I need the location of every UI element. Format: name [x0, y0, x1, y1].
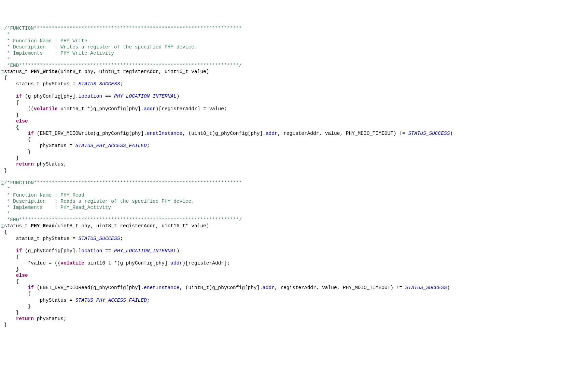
comment-line: * Implements : PHY_Read_Activity [4, 205, 111, 210]
constant: STATUS_PHY_ACCESS_FAILED [75, 143, 147, 148]
keyword-if: if [28, 285, 34, 290]
identifier: PHY_MDIO_TIMEOUT [343, 285, 390, 290]
param-name: registerAddr [123, 69, 158, 74]
param-type: uint16_t* [162, 223, 188, 229]
param-type: uint8_t [96, 223, 117, 229]
identifier: g_phyConfig [96, 131, 129, 136]
identifier: value [325, 131, 340, 136]
identifier: phy [248, 285, 257, 290]
identifier: g_phyConfig [212, 285, 245, 290]
var-name: phyStatus [37, 161, 64, 167]
keyword-if: if [16, 248, 22, 254]
identifier: phy [64, 94, 72, 99]
member: addr [266, 131, 278, 136]
var-name: phyStatus [43, 81, 69, 87]
code-editor[interactable]: -/*FUNCTION*****************************… [0, 25, 588, 328]
param-name: value [191, 223, 206, 229]
return-type: status_t [4, 69, 28, 74]
fold-marker[interactable]: - [1, 25, 4, 31]
identifier: phy [132, 131, 141, 136]
param-name: registerAddr [120, 223, 155, 229]
identifier: registerAddr [280, 285, 316, 290]
member: location [79, 94, 102, 99]
constant: STATUS_SUCCESS [79, 236, 120, 241]
comment-line: * Function Name : PHY_Write [4, 38, 87, 44]
keyword-if: if [28, 131, 34, 136]
var-name: phyStatus [40, 143, 66, 148]
comment-line: * [4, 32, 10, 37]
member: enetInstance [147, 131, 182, 136]
param-name: phy [84, 69, 93, 74]
comment-line: * [4, 186, 10, 192]
return-type: status_t [4, 223, 28, 229]
comment-line: * Function Name : PHY_Read [4, 192, 84, 198]
cast-type: uint16_t [87, 260, 111, 266]
param-name: value [191, 69, 206, 74]
comment-line: *END************************************… [4, 63, 242, 68]
identifier: registerAddr [188, 260, 224, 266]
keyword-volatile: volatile [34, 106, 58, 112]
identifier: phy [64, 248, 72, 254]
var-name: phyStatus [40, 298, 66, 303]
comment-line: * [4, 57, 10, 62]
cast-type: uint8_t [191, 131, 212, 136]
constant: STATUS_SUCCESS [408, 131, 450, 136]
var-type: status_t [16, 81, 40, 87]
var-name: phyStatus [37, 316, 64, 321]
identifier: phy [156, 260, 165, 266]
function-name: PHY_Read [31, 223, 55, 229]
fold-marker[interactable]: - [1, 223, 4, 229]
keyword-return: return [16, 161, 34, 167]
identifier: g_phyConfig [28, 94, 61, 99]
comment-line: * Description : Writes a register of the… [4, 44, 197, 50]
comment-line: /*FUNCTION******************************… [4, 26, 242, 31]
member: addr [144, 106, 156, 112]
identifier: phy [129, 106, 138, 112]
comment-line: * Description : Reads a register of the … [4, 199, 194, 204]
identifier: phy [251, 131, 260, 136]
member: addr [170, 260, 182, 266]
param-type: uint8_t [60, 69, 81, 74]
keyword-else: else [16, 273, 28, 278]
identifier: g_phyConfig [120, 260, 153, 266]
fold-marker[interactable]: - [1, 69, 4, 75]
cast-type: uint8_t [188, 285, 209, 290]
member: location [79, 248, 102, 254]
constant: STATUS_SUCCESS [79, 81, 120, 87]
comment-line: * [4, 211, 10, 216]
identifier: registerAddr [162, 106, 197, 112]
comment-line: /*FUNCTION******************************… [4, 180, 242, 186]
param-name: phy [81, 223, 90, 229]
param-type: uint8_t [99, 69, 120, 74]
constant: STATUS_PHY_ACCESS_FAILED [75, 298, 147, 303]
member: enetInstance [144, 285, 179, 290]
identifier: value [209, 106, 224, 112]
fold-marker[interactable]: - [1, 180, 4, 186]
keyword-if: if [16, 94, 22, 99]
comment-line: * Implements : PHY_Write_Activity [4, 51, 114, 56]
keyword-return: return [16, 316, 34, 321]
constant: STATUS_SUCCESS [405, 285, 447, 290]
var-type: status_t [16, 236, 40, 241]
comment-line: *END************************************… [4, 217, 242, 223]
cast-type: uint16_t [60, 106, 84, 112]
identifier: g_phyConfig [93, 106, 126, 112]
param-type: uint16_t [165, 69, 188, 74]
identifier: PHY_MDIO_TIMEOUT [346, 131, 393, 136]
keyword-else: else [16, 118, 28, 124]
function-call: ENET_DRV_MDIORead [40, 285, 90, 290]
deref-lhs: *value [28, 260, 46, 266]
member: addr [263, 285, 275, 290]
identifier: g_phyConfig [215, 131, 248, 136]
function-name: PHY_Write [31, 69, 57, 74]
keyword-volatile: volatile [60, 260, 84, 266]
identifier: registerAddr [283, 131, 319, 136]
var-name: phyStatus [43, 236, 69, 241]
identifier: value [322, 285, 337, 290]
param-type: uint8_t [58, 223, 79, 229]
constant: PHY_LOCATION_INTERNAL [114, 248, 177, 254]
identifier: phy [129, 285, 138, 290]
constant: PHY_LOCATION_INTERNAL [114, 94, 177, 99]
identifier: g_phyConfig [93, 285, 126, 290]
function-call: ENET_DRV_MDIOWrite [40, 131, 93, 136]
